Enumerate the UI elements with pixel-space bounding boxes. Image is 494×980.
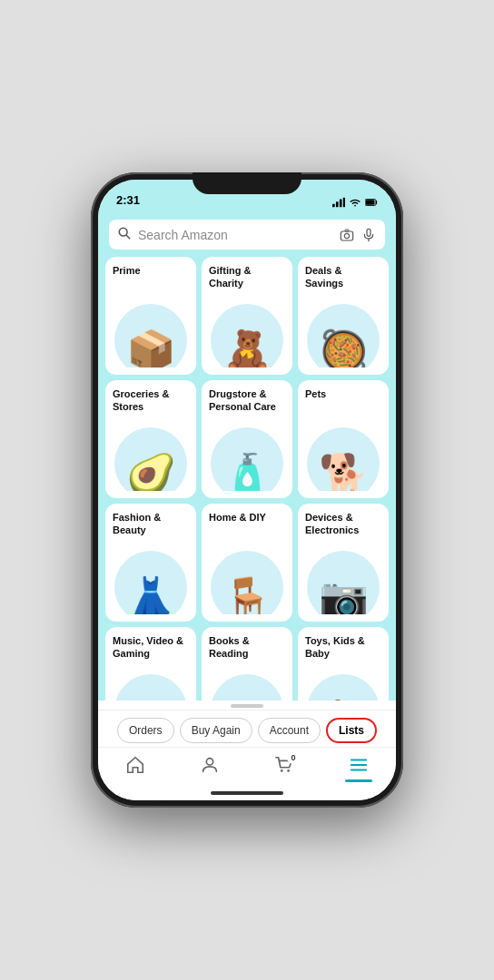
- status-icons: [332, 196, 378, 209]
- phone-frame: 2:31: [91, 172, 403, 808]
- quick-btn-account[interactable]: Account: [258, 718, 321, 743]
- category-emoji-pets: 🐕: [319, 455, 369, 491]
- category-emoji-prime: 📦: [126, 331, 176, 368]
- svg-rect-5: [366, 200, 375, 205]
- category-card-fashion-beauty[interactable]: Fashion & Beauty👗: [105, 504, 196, 622]
- category-label-groceries-stores: Groceries & Stores: [113, 387, 189, 414]
- category-emoji-home-diy: 🪑: [222, 578, 272, 614]
- category-image-groceries-stores: 🥑: [113, 414, 189, 491]
- nav-cart[interactable]: 0: [274, 755, 294, 775]
- category-label-music-video-gaming: Music, Video & Gaming: [113, 634, 189, 661]
- category-label-fashion-beauty: Fashion & Beauty: [113, 511, 189, 537]
- svg-rect-2: [340, 200, 342, 208]
- category-circle-toys-kids-baby: [307, 674, 380, 701]
- nav-account[interactable]: [200, 755, 220, 775]
- category-image-prime: 📦: [113, 277, 189, 368]
- category-image-fashion-beauty: 👗: [113, 537, 189, 614]
- search-bar[interactable]: Search Amazon: [109, 220, 385, 250]
- home-bar: [211, 791, 283, 795]
- category-label-home-diy: Home & DIY: [209, 511, 285, 524]
- category-card-music-video-gaming[interactable]: Music, Video & Gaming🎮: [105, 627, 196, 701]
- svg-rect-8: [341, 231, 352, 240]
- category-emoji-gifting-charity: 🧸: [222, 331, 272, 368]
- svg-point-13: [206, 759, 212, 765]
- category-image-toys-kids-baby: 🧸: [305, 661, 381, 701]
- search-icon: [118, 227, 131, 242]
- home-indicator: [98, 786, 396, 800]
- category-label-pets: Pets: [305, 387, 381, 400]
- category-label-deals-savings: Deals & Savings: [305, 264, 381, 290]
- phone-screen: 2:31: [98, 180, 396, 800]
- category-label-devices-electronics: Devices & Electronics: [305, 511, 381, 537]
- category-image-drugstore-personal-care: 🧴: [209, 414, 285, 491]
- category-card-prime[interactable]: Prime📦: [105, 257, 196, 375]
- mic-icon[interactable]: [361, 228, 376, 242]
- category-card-deals-savings[interactable]: Deals & Savings🥘: [298, 257, 389, 375]
- svg-rect-1: [336, 201, 339, 207]
- quick-actions: OrdersBuy AgainAccountLists: [98, 710, 396, 747]
- person-icon: [200, 755, 220, 775]
- category-image-devices-electronics: 📷: [305, 537, 381, 614]
- category-image-music-video-gaming: 🎮: [113, 661, 189, 701]
- category-emoji-deals-savings: 🥘: [319, 331, 369, 368]
- search-placeholder[interactable]: Search Amazon: [138, 228, 332, 242]
- category-card-groceries-stores[interactable]: Groceries & Stores🥑: [105, 380, 196, 498]
- svg-line-7: [126, 235, 130, 239]
- svg-point-14: [281, 769, 283, 772]
- battery-icon: [365, 196, 378, 209]
- quick-btn-orders[interactable]: Orders: [117, 718, 174, 743]
- bottom-nav: 0: [98, 747, 396, 786]
- screen-content: Search Amazon Prime📦Gifting & C: [98, 212, 396, 701]
- home-icon: [125, 755, 145, 775]
- category-label-gifting-charity: Gifting & Charity: [209, 264, 285, 290]
- phone-notch: [193, 172, 301, 194]
- category-card-home-diy[interactable]: Home & DIY🪑: [202, 504, 292, 622]
- search-right-icons: [340, 228, 376, 242]
- category-label-drugstore-personal-care: Drugstore & Personal Care: [209, 387, 285, 414]
- category-emoji-fashion-beauty: 👗: [126, 578, 176, 614]
- category-image-home-diy: 🪑: [209, 524, 285, 614]
- wifi-icon: [349, 196, 361, 209]
- menu-icon: [349, 755, 369, 775]
- svg-rect-11: [367, 229, 370, 236]
- category-card-drugstore-personal-care[interactable]: Drugstore & Personal Care🧴: [202, 380, 292, 498]
- svg-point-9: [344, 233, 349, 238]
- svg-point-15: [287, 769, 290, 772]
- category-image-deals-savings: 🥘: [305, 290, 381, 368]
- category-card-toys-kids-baby[interactable]: Toys, Kids & Baby🧸: [298, 627, 389, 701]
- category-circle-books-reading: [211, 674, 283, 701]
- status-time: 2:31: [116, 193, 140, 209]
- category-emoji-drugstore-personal-care: 🧴: [222, 455, 272, 491]
- svg-rect-0: [332, 204, 335, 208]
- nav-menu[interactable]: [349, 755, 369, 775]
- drag-indicator: [231, 704, 263, 708]
- svg-rect-10: [345, 230, 349, 231]
- category-image-books-reading: 📖: [209, 661, 285, 701]
- category-emoji-devices-electronics: 📷: [319, 578, 369, 614]
- category-label-prime: Prime: [113, 264, 189, 277]
- category-card-books-reading[interactable]: Books & Reading📖: [202, 627, 292, 701]
- svg-rect-3: [343, 198, 345, 208]
- category-emoji-groceries-stores: 🥑: [126, 455, 176, 491]
- category-card-pets[interactable]: Pets🐕: [298, 380, 389, 498]
- nav-home[interactable]: [125, 755, 145, 775]
- category-circle-music-video-gaming: [114, 674, 187, 701]
- category-card-gifting-charity[interactable]: Gifting & Charity🧸: [202, 257, 292, 375]
- quick-btn-lists[interactable]: Lists: [326, 718, 377, 743]
- category-grid: Prime📦Gifting & Charity🧸Deals & Savings🥘…: [98, 257, 396, 701]
- camera-icon[interactable]: [340, 228, 354, 242]
- category-label-books-reading: Books & Reading: [209, 634, 285, 661]
- category-image-pets: 🐕: [305, 400, 381, 491]
- cart-badge: 0: [287, 751, 300, 764]
- quick-btn-buy-again[interactable]: Buy Again: [180, 718, 252, 743]
- category-label-toys-kids-baby: Toys, Kids & Baby: [305, 634, 381, 661]
- signal-icon: [332, 196, 345, 209]
- category-card-devices-electronics[interactable]: Devices & Electronics📷: [298, 504, 389, 622]
- nav-active-indicator: [345, 779, 372, 782]
- category-image-gifting-charity: 🧸: [209, 290, 285, 368]
